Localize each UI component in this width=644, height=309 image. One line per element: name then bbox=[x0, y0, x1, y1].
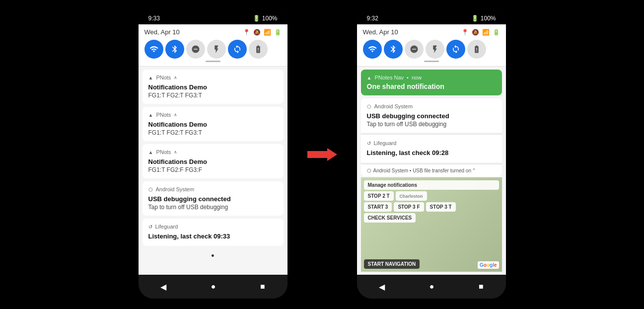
left-notif-3: ▲ PNots ∧ Notifications Demo FG1:T FG2:F… bbox=[143, 144, 284, 178]
right-usb-title: USB debugging connected bbox=[367, 112, 496, 120]
right-location-icon: 📍 bbox=[461, 29, 469, 36]
battery-percent: 100% bbox=[262, 15, 278, 22]
left-notif-3-body: FG1:T FG2:F FG3:F bbox=[148, 166, 278, 173]
charleston-label: Charleston bbox=[396, 191, 427, 201]
left-status-icons-row: 📍 🔕 📶 🔋 bbox=[243, 29, 282, 36]
usb-footer-text: Android System • USB file transfer turne… bbox=[373, 168, 475, 173]
left-notif-lifeguard: ↺ Lifeguard Listening, last check 09:33 bbox=[143, 219, 284, 246]
right-lifeguard-icon: ↺ bbox=[367, 141, 371, 146]
right-toggle-dnd[interactable] bbox=[405, 40, 424, 59]
right-home-button[interactable]: ● bbox=[429, 282, 434, 291]
svg-marker-0 bbox=[307, 148, 337, 161]
left-recents-button[interactable]: ■ bbox=[260, 282, 265, 291]
map-background: Manage notifications STOP 2 T Charleston… bbox=[361, 177, 502, 272]
location-icon: 📍 bbox=[243, 29, 250, 36]
chevron-icon-2: ∧ bbox=[174, 112, 177, 117]
right-status-icons: 🔋 100% bbox=[471, 15, 496, 22]
map-area: Manage notifications STOP 2 T Charleston… bbox=[361, 177, 502, 272]
lifeguard-icon: ↺ bbox=[148, 224, 152, 230]
google-logo: Google bbox=[478, 261, 499, 269]
left-notif-1-body: FG1:T FG2:T FG3:T bbox=[148, 92, 278, 99]
right-notif-usb[interactable]: ⬡ Android System USB debugging connected… bbox=[361, 98, 502, 133]
toggle-battery-saver[interactable] bbox=[249, 40, 268, 59]
right-recents-button[interactable]: ■ bbox=[479, 282, 484, 291]
right-nav-bar: ◀ ● ■ bbox=[357, 275, 506, 299]
right-back-button[interactable]: ◀ bbox=[379, 282, 385, 292]
toggle-wifi[interactable] bbox=[144, 40, 163, 59]
left-notif-2-title: Notifications Demo bbox=[148, 121, 278, 128]
android-icon: ⬡ bbox=[148, 187, 153, 192]
left-status-bar: 9:33 🔋 100% bbox=[139, 10, 287, 24]
battery-icon: 🔋 bbox=[253, 15, 260, 22]
stop-2t-button[interactable]: STOP 2 T bbox=[364, 191, 394, 201]
right-toggle-wifi[interactable] bbox=[363, 40, 382, 59]
right-panel-header: Wed, Apr 10 📍 🔕 📶 🔋 bbox=[357, 24, 506, 67]
google-g: G bbox=[480, 262, 484, 268]
right-wifi-icon: 📶 bbox=[482, 29, 490, 36]
pnotes-nav-dot: • bbox=[407, 75, 409, 80]
usb-footer[interactable]: ⬡ Android System • USB file transfer tur… bbox=[361, 165, 502, 176]
right-lifeguard-header: ↺ Lifeguard bbox=[367, 140, 496, 146]
left-notif-android-header: ⬡ Android System bbox=[148, 186, 278, 192]
right-android-icon: ⬡ bbox=[367, 104, 371, 109]
left-panel-header: Wed, Apr 10 📍 🔕 📶 🔋 bbox=[139, 24, 287, 67]
right-usb-body: Tap to turn off USB debugging bbox=[367, 121, 496, 128]
start-navigation-button[interactable]: START NAVIGATION bbox=[364, 259, 420, 269]
mute-icon: 🔕 bbox=[253, 29, 261, 36]
manage-notif-row: Manage notifications bbox=[364, 180, 499, 190]
left-notif-3-header: ▲ PNots ∧ bbox=[148, 149, 278, 155]
right-status-bar: 9:32 🔋 100% bbox=[357, 10, 506, 24]
right-toggle-bluetooth[interactable] bbox=[384, 40, 403, 59]
right-battery-icon: 🔋 bbox=[471, 15, 479, 22]
map-top-buttons: Manage notifications STOP 2 T Charleston… bbox=[364, 180, 499, 223]
right-notif-pnotes[interactable]: ▲ PNotes Nav • now One shared notificati… bbox=[361, 70, 502, 95]
right-toggle-sync[interactable] bbox=[446, 40, 465, 59]
pnots-icon-2: ▲ bbox=[148, 112, 153, 118]
map-footer: START NAVIGATION Google bbox=[364, 259, 499, 269]
toggle-flashlight[interactable] bbox=[207, 40, 226, 59]
panel-handle-left bbox=[206, 61, 220, 62]
toggle-bluetooth[interactable] bbox=[165, 40, 184, 59]
toggle-dnd[interactable] bbox=[186, 40, 205, 59]
left-notif-android[interactable]: ⬡ Android System USB debugging connected… bbox=[143, 181, 284, 216]
left-notif-usb-title: USB debugging connected bbox=[148, 195, 278, 203]
right-notif-lifeguard: ↺ Lifeguard Listening, last check 09:28 bbox=[361, 135, 502, 162]
right-usb-header: ⬡ Android System bbox=[367, 103, 496, 109]
pnots-icon-3: ▲ bbox=[148, 150, 153, 155]
left-notif-lifeguard-header: ↺ Lifeguard bbox=[148, 224, 278, 230]
chevron-icon-3: ∧ bbox=[174, 150, 177, 154]
right-pnotes-header: ▲ PNotes Nav • now bbox=[367, 75, 496, 80]
pnots-label-3: PNots bbox=[156, 149, 171, 155]
left-back-button[interactable]: ◀ bbox=[160, 282, 166, 292]
panel-handle-right bbox=[424, 61, 439, 62]
left-date-row: Wed, Apr 10 📍 🔕 📶 🔋 bbox=[144, 28, 282, 36]
map-row-2: START 3 STOP 3 F STOP 3 T bbox=[364, 202, 499, 212]
left-notif-lifeguard-title: Listening, last check 09:33 bbox=[148, 232, 278, 240]
battery-icon-status: 🔋 bbox=[274, 29, 282, 36]
right-arrow-icon bbox=[307, 147, 337, 162]
left-notif-1-title: Notifications Demo bbox=[148, 83, 278, 91]
toggle-sync[interactable] bbox=[228, 40, 247, 59]
right-toggle-flashlight[interactable] bbox=[426, 40, 444, 59]
stop-3f-button[interactable]: STOP 3 F bbox=[394, 202, 424, 212]
stop-3t-button[interactable]: STOP 3 T bbox=[426, 202, 456, 212]
left-nav-bar: ◀ ● ■ bbox=[139, 275, 287, 299]
left-status-icons: 🔋 100% bbox=[253, 15, 278, 22]
check-services-button[interactable]: CHECK SERVICES bbox=[364, 213, 416, 223]
right-toggle-battery-saver[interactable] bbox=[467, 40, 486, 59]
android-system-footer-icon: ⬡ bbox=[367, 168, 371, 173]
usb-divider bbox=[361, 134, 502, 134]
right-mute-icon: 🔕 bbox=[472, 29, 479, 36]
map-overlay: Manage notifications STOP 2 T Charleston… bbox=[361, 177, 502, 272]
right-panel-date: Wed, Apr 10 bbox=[363, 28, 398, 36]
manage-notifications-button[interactable]: Manage notifications bbox=[364, 180, 499, 190]
start-3-button[interactable]: START 3 bbox=[364, 202, 392, 212]
dot-indicator: • bbox=[143, 249, 284, 263]
right-time: 9:32 bbox=[367, 15, 378, 22]
right-battery-status-icon: 🔋 bbox=[493, 29, 500, 36]
left-home-button[interactable]: ● bbox=[211, 282, 216, 291]
left-notifications-list: ▲ PNots ∧ Notifications Demo FG1:T FG2:T… bbox=[139, 67, 287, 275]
left-phone: 9:33 🔋 100% Wed, Apr 10 📍 🔕 📶 🔋 bbox=[139, 10, 287, 299]
left-panel-date: Wed, Apr 10 bbox=[144, 28, 180, 36]
right-notifications-list: ▲ PNotes Nav • now One shared notificati… bbox=[357, 67, 506, 275]
